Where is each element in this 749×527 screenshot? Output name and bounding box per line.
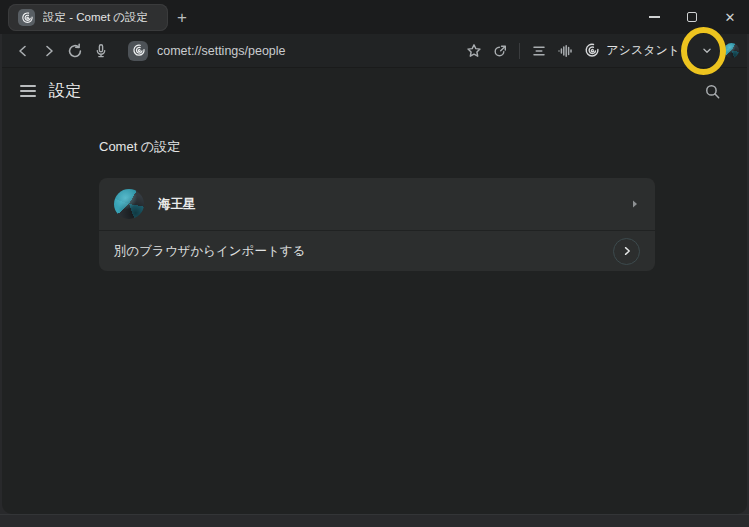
reload-button[interactable]: [62, 38, 88, 64]
import-label: 別のブラウザからインポートする: [114, 243, 305, 260]
window-controls: ✕: [635, 0, 749, 34]
comet-logo-icon: [18, 9, 35, 26]
profile-name: 海王星: [158, 196, 196, 213]
people-settings-card: 海王星 別のブラウザからインポートする: [99, 178, 655, 271]
url-text[interactable]: comet://settings/people: [157, 44, 286, 58]
tab-title: 設定 - Comet の設定: [43, 10, 148, 25]
import-chevron-button[interactable]: [613, 238, 640, 265]
reading-list-icon[interactable]: [526, 38, 552, 64]
back-button[interactable]: [10, 38, 36, 64]
maximize-icon: [687, 12, 697, 22]
maximize-button[interactable]: [673, 0, 711, 34]
assistant-dropdown-chevron-icon[interactable]: [694, 38, 720, 64]
settings-header: 設定: [2, 68, 747, 114]
chevron-right-icon: [621, 245, 633, 257]
address-toolbar: comet://settings/people: [2, 34, 747, 68]
settings-content: Comet の設定 海王星 別のブラウザからインポートする: [2, 138, 747, 271]
minimize-icon: [649, 16, 660, 17]
profile-avatar: [114, 189, 144, 219]
import-from-browser-row[interactable]: 別のブラウザからインポートする: [99, 230, 655, 271]
profile-row[interactable]: 海王星: [99, 178, 655, 230]
comet-logo-icon: [583, 41, 601, 59]
profile-avatar[interactable]: [724, 43, 739, 58]
search-icon[interactable]: [699, 78, 725, 104]
page-title: 設定: [49, 81, 82, 102]
forward-button[interactable]: [36, 38, 62, 64]
close-button[interactable]: ✕: [711, 0, 749, 34]
titlebar: 設定 - Comet の設定 + ✕: [0, 0, 749, 34]
assistant-button[interactable]: アシスタント: [578, 38, 686, 64]
bookmark-star-icon[interactable]: [461, 38, 487, 64]
voice-waveform-icon[interactable]: [552, 38, 578, 64]
section-title: Comet の設定: [99, 138, 747, 156]
window-bottom-edge: [0, 514, 749, 527]
menu-icon[interactable]: [20, 85, 36, 97]
new-tab-button[interactable]: +: [168, 4, 196, 31]
site-favicon-comet-icon: [128, 41, 148, 61]
toolbar-divider: [519, 43, 520, 59]
minimize-button[interactable]: [635, 0, 673, 34]
tab-settings[interactable]: 設定 - Comet の設定: [8, 4, 168, 31]
share-link-icon[interactable]: [487, 38, 513, 64]
browser-chrome: comet://settings/people: [2, 34, 747, 514]
browser-window: 設定 - Comet の設定 + ✕: [0, 0, 749, 527]
assistant-label: アシスタント: [606, 42, 680, 59]
microphone-icon[interactable]: [88, 38, 114, 64]
close-icon: ✕: [725, 11, 736, 24]
chevron-right-icon: [630, 199, 640, 209]
